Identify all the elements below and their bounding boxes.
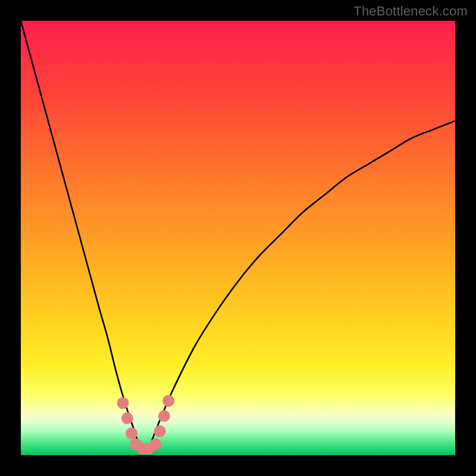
gradient-background bbox=[21, 21, 455, 455]
marker-dot bbox=[149, 439, 161, 450]
watermark-text: TheBottleneck.com bbox=[353, 4, 468, 19]
chart-container: TheBottleneck.com bbox=[0, 0, 476, 476]
marker-dot bbox=[117, 397, 129, 409]
plot-area bbox=[21, 21, 455, 455]
chart-svg bbox=[21, 21, 455, 455]
marker-dot bbox=[121, 412, 133, 424]
marker-dot bbox=[126, 428, 137, 440]
marker-dot bbox=[162, 395, 174, 407]
marker-dot bbox=[158, 410, 170, 422]
marker-dot bbox=[154, 425, 166, 437]
